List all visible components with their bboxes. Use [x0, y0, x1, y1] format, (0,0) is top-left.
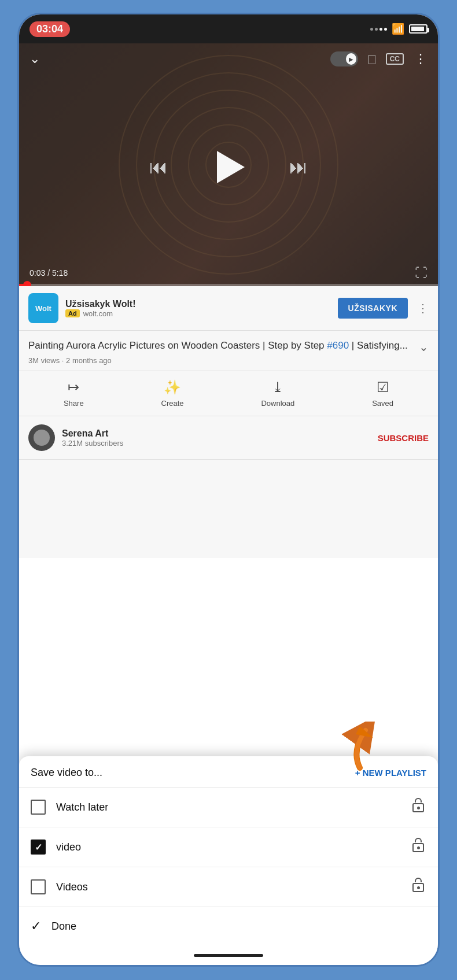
play-triangle-icon [217, 151, 245, 183]
player-top-center: ▶ ⎕ CC ⋮ [330, 51, 427, 66]
watch-later-lock-icon [410, 798, 426, 816]
arrow-annotation [328, 722, 380, 776]
play-button[interactable] [208, 147, 249, 187]
subscribe-button[interactable]: SUBSCRIBE [378, 433, 429, 443]
hashtag: #690 [327, 340, 349, 351]
channel-subscribers: 3.21M subscribers [62, 439, 378, 448]
cast-icon[interactable]: ⎕ [368, 53, 375, 66]
ad-info: Užsisakyk Wolt! Ad wolt.com [65, 299, 331, 318]
avatar-figure [34, 430, 50, 446]
share-icon: ↦ [68, 379, 79, 395]
autoplay-toggle[interactable]: ▶ [330, 51, 358, 66]
video-age: 2 months ago [66, 356, 112, 365]
ad-banner: Wolt Užsisakyk Wolt! Ad wolt.com UŽSISAK… [19, 286, 438, 331]
more-options-icon[interactable]: ⋮ [414, 51, 427, 66]
videos-playlist-label: Videos [56, 881, 410, 893]
time-separator: / [47, 268, 52, 278]
videos-checkbox[interactable] [31, 879, 46, 894]
saved-icon: ☑ [377, 379, 389, 395]
share-label: Share [64, 399, 84, 408]
ad-url: wolt.com [83, 309, 113, 318]
player-bottom-bar: 0:03 / 5:18 ⛶ [19, 260, 438, 286]
wifi-icon: 📶 [392, 23, 404, 35]
playlist-item-videos[interactable]: Videos [19, 867, 438, 907]
video-playlist-label: video [56, 841, 410, 853]
arrow-svg [328, 722, 380, 774]
videos-lock-icon [410, 878, 426, 896]
battery-icon [409, 24, 427, 34]
channel-avatar [28, 424, 55, 451]
ad-more-icon[interactable]: ⋮ [417, 301, 429, 315]
progress-bar[interactable] [19, 284, 438, 286]
channel-info: Serena Art 3.21M subscribers SUBSCRIBE [19, 416, 438, 460]
current-time-value: 0:03 [30, 268, 45, 278]
total-time-value: 5:18 [52, 268, 68, 278]
signal-icon [370, 28, 387, 31]
expand-icon[interactable]: ⌄ [419, 340, 429, 354]
ad-cta-button[interactable]: UŽSISAKYK [338, 298, 408, 319]
check-mark-icon: ✓ [35, 842, 42, 853]
done-check-icon: ✓ [31, 919, 41, 934]
middle-controls: ⏮ ⏭ [19, 75, 438, 260]
done-row[interactable]: ✓ Done [19, 907, 438, 945]
create-button[interactable]: ✨ Create [161, 379, 184, 408]
skip-previous-icon[interactable]: ⏮ [149, 157, 168, 178]
save-video-sheet: Save video to... + NEW PLAYLIST Watch la… [19, 756, 438, 965]
wolt-logo: Wolt [28, 293, 58, 323]
video-title: Painting Aurora Acrylic Pictures on Wood… [28, 339, 413, 353]
video-info: Painting Aurora Acrylic Pictures on Wood… [19, 331, 438, 371]
home-indicator [19, 945, 438, 965]
playlist-item-video[interactable]: ✓ video [19, 827, 438, 867]
player-top-bar: ⌄ ▶ ⎕ CC ⋮ [19, 43, 438, 75]
status-icons: 📶 [370, 23, 427, 35]
create-icon: ✨ [164, 379, 181, 395]
skip-next-icon[interactable]: ⏭ [289, 157, 308, 178]
video-checkbox[interactable]: ✓ [31, 840, 46, 855]
time-display: 03:04 [30, 21, 70, 37]
watch-later-label: Watch later [56, 801, 410, 813]
download-button[interactable]: ⤓ Download [261, 379, 294, 408]
chevron-down-icon[interactable]: ⌄ [30, 51, 40, 66]
download-icon: ⤓ [272, 379, 283, 395]
playlist-item-watch-later[interactable]: Watch later [19, 787, 438, 827]
video-lock-icon [410, 838, 426, 856]
home-bar [194, 954, 263, 957]
status-bar: 03:04 📶 [19, 14, 438, 43]
saved-label: Saved [372, 399, 393, 408]
channel-text: Serena Art 3.21M subscribers [62, 428, 378, 448]
share-button[interactable]: ↦ Share [64, 379, 84, 408]
watch-later-checkbox[interactable] [31, 800, 46, 815]
current-time: 0:03 / 5:18 [30, 268, 68, 278]
play-mini-icon: ▶ [349, 56, 353, 62]
view-count: 3M views [28, 356, 60, 365]
phone-frame: 03:04 📶 ⌄ [17, 13, 440, 967]
done-label: Done [51, 920, 76, 933]
sheet-title: Save video to... [31, 767, 102, 779]
meta-separator: · [62, 356, 66, 365]
channel-name: Serena Art [62, 428, 378, 439]
download-label: Download [261, 399, 294, 408]
player-controls: ⌄ ▶ ⎕ CC ⋮ ⏮ ⏭ [19, 43, 438, 286]
action-bar: ↦ Share ✨ Create ⤓ Download ☑ Saved [19, 371, 438, 416]
cc-icon[interactable]: CC [386, 53, 404, 65]
ad-meta: Ad wolt.com [65, 309, 331, 318]
ad-title: Užsisakyk Wolt! [65, 299, 331, 309]
saved-button[interactable]: ☑ Saved [372, 379, 393, 408]
fullscreen-icon[interactable]: ⛶ [415, 265, 427, 280]
create-label: Create [161, 399, 184, 408]
video-title-row: Painting Aurora Acrylic Pictures on Wood… [28, 339, 429, 354]
ad-badge: Ad [65, 309, 80, 317]
video-meta: 3M views · 2 months ago [28, 356, 429, 365]
video-player[interactable]: ⌄ ▶ ⎕ CC ⋮ ⏮ ⏭ [19, 43, 438, 286]
